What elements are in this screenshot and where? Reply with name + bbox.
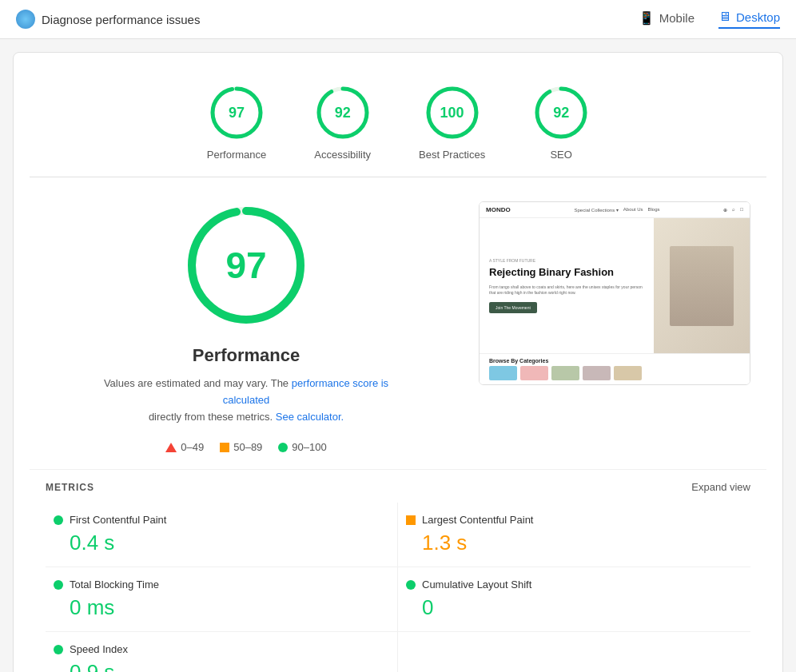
metrics-grid: First Contentful Paint 0.4 s Largest Con…: [46, 503, 750, 672]
description-part1: Values are estimated and may vary. The: [104, 377, 289, 389]
preview-mockup: MONDO Special Collections ▾ About Us Blo…: [480, 202, 750, 384]
mobile-icon: 📱: [639, 10, 655, 26]
main-content: 97 Performance 92 Accessibility: [13, 52, 783, 672]
expand-view-btn[interactable]: Expand view: [691, 481, 750, 493]
metric-cls-name-row: Cumulative Layout Shift: [406, 579, 742, 590]
metric-fcp-indicator: [54, 515, 63, 525]
metrics-title: METRICS: [46, 482, 94, 493]
large-score-circle: 97: [182, 201, 310, 329]
left-panel: 97 Performance Values are estimated and …: [46, 201, 447, 453]
tab-mobile[interactable]: 📱 Mobile: [639, 10, 695, 29]
preview-categories: Browse By Categories: [480, 353, 750, 384]
legend-fail: 0–49: [165, 441, 204, 453]
cat-4: [583, 366, 611, 380]
preview-brand: MONDO: [486, 206, 511, 213]
metric-lcp-value: 1.3 s: [406, 531, 742, 555]
score-seo: 92 SEO: [533, 85, 589, 161]
fail-range: 0–49: [181, 441, 204, 453]
preview-text-section: A STYLE FROM FUTURE Rejecting Binary Fas…: [480, 218, 654, 353]
diagnose-text: Diagnose performance issues: [42, 13, 200, 26]
legend-good: 90–100: [278, 441, 326, 453]
metric-lcp-name-row: Largest Contentful Paint: [406, 514, 742, 526]
calculator-link[interactable]: See calculator.: [276, 411, 344, 423]
categories-title: Browse By Categories: [489, 358, 740, 364]
metric-si-name-row: Speed Index: [54, 643, 389, 655]
diagnose-section: Diagnose performance issues: [16, 10, 200, 29]
good-range: 90–100: [292, 441, 326, 453]
average-icon: [220, 443, 229, 452]
desktop-icon: 🖥: [718, 10, 731, 24]
nav-icon-account: ⊕: [723, 207, 727, 213]
score-label-performance: Performance: [207, 149, 266, 161]
average-range: 50–89: [233, 441, 262, 453]
legend: 0–49 50–89 90–100: [165, 441, 326, 453]
score-value-best-practices: 100: [440, 105, 464, 121]
metric-si-value: 0.9 s: [54, 660, 389, 672]
score-accessibility: 92 Accessibility: [314, 85, 371, 161]
score-circle-seo: 92: [533, 85, 589, 141]
diagnose-icon: [16, 10, 35, 29]
website-preview: MONDO Special Collections ▾ About Us Blo…: [479, 201, 750, 385]
metric-tbt-value: 0 ms: [54, 595, 389, 620]
panel-title: Performance: [193, 345, 300, 366]
metric-tbt-name-row: Total Blocking Time: [54, 579, 389, 590]
description-part3: directly from these metrics.: [149, 411, 273, 423]
score-circle-accessibility: 92: [315, 85, 371, 141]
preview-cta-btn: Join The Movement: [489, 302, 537, 313]
metrics-header: METRICS Expand view: [46, 470, 750, 503]
preview-body: A STYLE FROM FUTURE Rejecting Binary Fas…: [480, 218, 750, 353]
scores-row: 97 Performance 92 Accessibility: [30, 69, 766, 177]
score-performance: 97 Performance: [207, 85, 266, 161]
score-label-seo: SEO: [550, 149, 571, 161]
metric-fcp: First Contentful Paint 0.4 s: [46, 503, 398, 567]
nav-icon-cart: □: [740, 207, 743, 213]
cat-1: [489, 366, 517, 380]
metric-tbt-label: Total Blocking Time: [70, 579, 159, 590]
cat-2: [520, 366, 548, 380]
tab-desktop[interactable]: 🖥 Desktop: [718, 10, 780, 29]
preview-nav: MONDO Special Collections ▾ About Us Blo…: [480, 202, 750, 218]
right-panel: MONDO Special Collections ▾ About Us Blo…: [479, 201, 750, 453]
preview-nav-links: Special Collections ▾ About Us Blogs: [574, 207, 659, 213]
cat-3: [551, 366, 579, 380]
score-label-accessibility: Accessibility: [314, 149, 371, 161]
metric-lcp: Largest Contentful Paint 1.3 s: [398, 503, 750, 567]
metric-tbt-indicator: [54, 580, 63, 590]
metric-cls-value: 0: [406, 595, 742, 620]
metric-cls-label: Cumulative Layout Shift: [422, 579, 531, 590]
preview-image-placeholder: [670, 246, 734, 326]
tab-mobile-label: Mobile: [659, 11, 695, 25]
nav-link-3: Blogs: [648, 207, 660, 213]
main-panel: 97 Performance Values are estimated and …: [30, 177, 766, 469]
nav-link-2: About Us: [623, 207, 643, 213]
metric-tbt: Total Blocking Time 0 ms: [46, 567, 398, 632]
legend-average: 50–89: [220, 441, 262, 453]
large-score-number: 97: [225, 244, 266, 287]
metric-lcp-label: Largest Contentful Paint: [422, 514, 533, 526]
metric-lcp-indicator: [406, 515, 416, 525]
preview-image-section: [654, 218, 750, 353]
metrics-section: METRICS Expand view First Contentful Pai…: [30, 469, 766, 672]
device-tabs: 📱 Mobile 🖥 Desktop: [639, 10, 780, 29]
preview-eyebrow: A STYLE FROM FUTURE: [489, 258, 644, 263]
metric-fcp-name-row: First Contentful Paint: [54, 514, 389, 526]
score-circle-performance: 97: [209, 85, 265, 141]
tab-desktop-label: Desktop: [736, 10, 780, 24]
preview-heading: Rejecting Binary Fashion: [489, 266, 644, 280]
metric-si-indicator: [54, 645, 63, 654]
metric-si: Speed Index 0.9 s: [46, 632, 398, 672]
fail-icon: [165, 443, 177, 452]
score-value-accessibility: 92: [335, 105, 351, 121]
description-text: Values are estimated and may vary. The p…: [86, 376, 406, 425]
nav-icon-search: ⌕: [732, 207, 735, 213]
score-best-practices: 100 Best Practices: [419, 85, 485, 161]
score-circle-best-practices: 100: [424, 85, 480, 141]
nav-link-1: Special Collections ▾: [574, 207, 618, 213]
metric-cls: Cumulative Layout Shift 0: [398, 567, 750, 632]
metric-fcp-value: 0.4 s: [54, 531, 389, 555]
score-label-best-practices: Best Practices: [419, 149, 485, 161]
top-bar: Diagnose performance issues 📱 Mobile 🖥 D…: [0, 0, 796, 39]
good-icon: [278, 443, 288, 452]
cat-5: [614, 366, 642, 380]
metric-fcp-label: First Contentful Paint: [70, 514, 166, 526]
